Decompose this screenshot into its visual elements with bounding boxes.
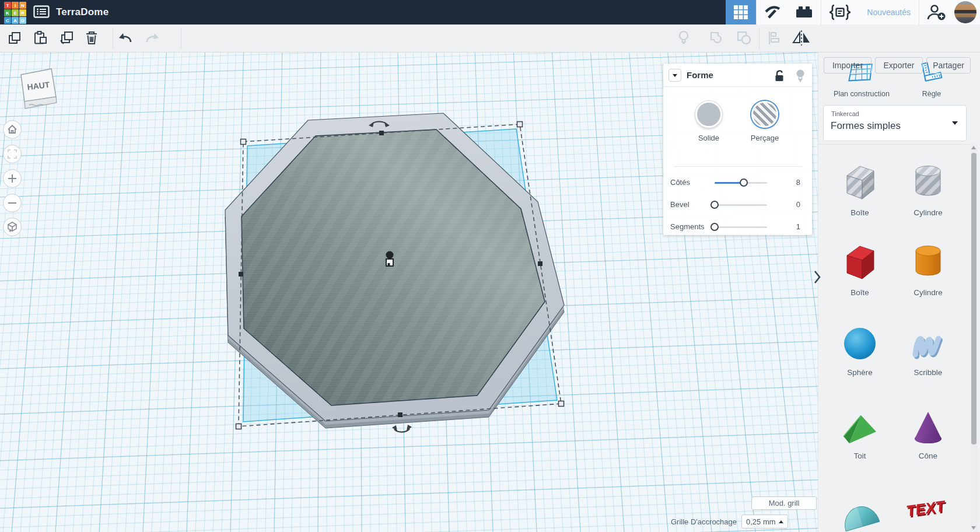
show-all-button[interactable] [675,30,692,47]
snap-grid-value: 0,25 mm [746,517,776,526]
zoom-out-button[interactable] [3,194,22,212]
edit-grid-button[interactable]: Mod. grill [751,496,817,510]
align-button[interactable] [765,30,783,47]
whats-new-link[interactable]: Nouveautés [859,8,919,17]
group-button[interactable] [708,30,726,47]
plus-icon [6,173,18,184]
shape-tile-partial-2[interactable]: TEXT TEXT [896,491,960,532]
shape-tile-cylindre[interactable]: Cylindre [896,242,960,297]
slider-label: Segments [670,222,705,231]
ungroup-icon [736,30,752,46]
fit-view-icon [6,148,18,160]
caret-down-icon [952,121,958,125]
cone-icon [906,408,950,447]
duplicate-button[interactable] [57,30,75,47]
logo-letter: N [19,2,26,9]
sphere-icon [838,325,882,363]
sidebar-scrollbar[interactable] [970,144,978,532]
caret-down-icon [673,74,677,77]
bevel-slider[interactable] [715,204,767,206]
snap-grid-row: Grille D'accrochage 0,25 mm [671,514,788,528]
separator [181,28,181,49]
my-designs-icon[interactable] [33,5,50,19]
pickaxe-icon [764,4,781,21]
slider-handle[interactable] [740,178,748,187]
share-button[interactable]: Partager [926,57,971,74]
zoom-in-button[interactable] [3,169,22,188]
center-handle-dot [388,263,390,265]
delete-button[interactable] [83,30,100,47]
collapse-panel-button[interactable] [668,69,681,82]
brick-button[interactable] [788,0,821,24]
slider-value: 0 [796,200,800,209]
slider-value: 8 [796,178,800,187]
home-view-button[interactable] [3,120,22,139]
import-button[interactable]: Importer [824,57,872,74]
segments-slider[interactable] [715,226,767,228]
solid-mode-swatch[interactable] [695,101,722,128]
invite-button[interactable] [919,0,953,24]
tinkercad-app: T I N K E R C A D TerraDome [0,0,980,532]
scroll-down-arrow[interactable] [971,526,976,530]
shape-tile-cylindre-hole[interactable]: Cylindre [896,162,960,217]
shape-tile-partial-1[interactable] [828,491,892,532]
slider-row-sides: Côtés 8 [663,177,812,188]
shape-library-select[interactable]: Tinkercad Formes simples [823,105,967,141]
export-button[interactable]: Exporter [875,57,923,74]
minus-icon [6,197,18,209]
ungroup-button[interactable] [736,30,753,47]
trash-icon [84,30,99,46]
hole-mode-label: Perçage [738,134,791,142]
sides-slider[interactable] [715,182,767,184]
collapse-sidebar-chevron[interactable] [813,270,821,287]
topbar-right: Nouveautés [726,0,980,24]
shape-tile-cone[interactable]: Cône [896,408,960,460]
solid-mode-label: Solide [682,134,735,142]
lego-brick-icon [795,4,814,20]
lock-button[interactable] [774,69,786,84]
minecraft-button[interactable] [757,0,788,24]
shape-label: Sphère [828,368,892,377]
shape-tile-scribble[interactable]: Scribble [896,325,960,377]
codeblocks-button[interactable] [821,0,859,24]
logo-letter: C [4,17,11,24]
shape-tile-sphere[interactable]: Sphère [828,325,892,377]
hole-mode-swatch[interactable] [751,101,778,128]
slider-handle[interactable] [710,201,719,209]
divider [818,144,970,145]
height-handle[interactable] [386,251,394,259]
view-3d-designs-button[interactable] [726,0,756,24]
workplane-label: Plan construction [824,90,900,98]
shape-label: Boîte [828,208,892,217]
box-icon [838,242,882,284]
logo-letter: K [4,9,11,16]
slider-handle[interactable] [710,223,719,231]
redo-button[interactable] [144,30,161,47]
shape-tile-toit[interactable]: Toit [828,408,892,460]
scrollbar-thumb[interactable] [971,153,977,444]
copy-button[interactable] [6,30,23,47]
mirror-button[interactable] [792,30,810,47]
snap-grid-select[interactable]: 0,25 mm [741,514,788,528]
view-cube[interactable]: HAUT [15,64,62,114]
scroll-up-arrow[interactable] [971,146,976,149]
slider-label: Bevel [670,200,690,209]
undo-button[interactable] [117,30,134,47]
slider-row-segments: Segments 1 [663,221,812,233]
rotate-handle-bottom[interactable] [392,425,412,432]
shape-label: Cylindre [896,208,960,217]
tinkercad-logo[interactable]: T I N K E R C A D [4,2,26,24]
toolbar: Importer Exporter Partager [0,24,980,52]
paste-button[interactable] [32,30,49,47]
hide-shape-button[interactable] [795,69,806,85]
fit-view-button[interactable] [3,145,22,163]
document-title[interactable]: TerraDome [56,6,108,18]
perspective-toggle-button[interactable] [3,218,22,236]
duplicate-icon [58,30,74,46]
shape-inspector-panel: Forme Solide Perçage Côtés [663,64,812,235]
align-icon [766,30,782,46]
shape-tile-boite[interactable]: Boîte [828,242,892,297]
library-brand: Tinkercad [831,110,859,117]
avatar[interactable] [954,1,977,23]
shape-tile-boite-hole[interactable]: Boîte [828,162,892,217]
